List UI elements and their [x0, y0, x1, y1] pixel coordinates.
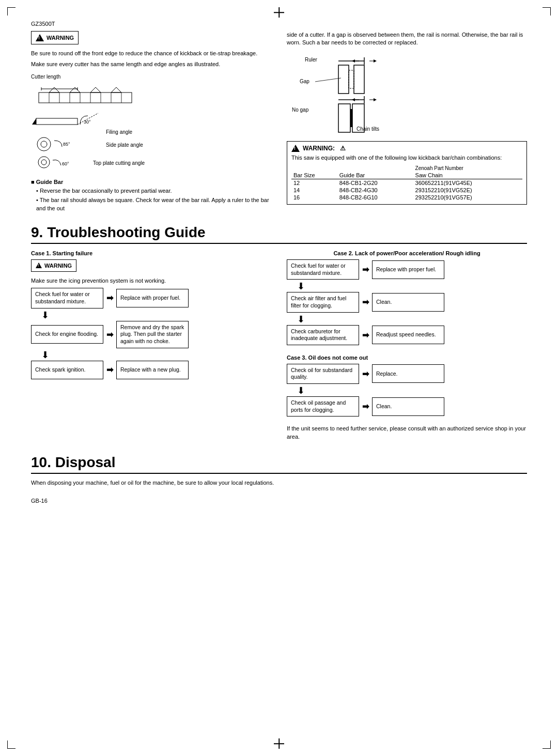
svg-marker-30 — [374, 59, 377, 63]
flow-box-oil-passage: Check oil passage and ports for clogging… — [287, 396, 359, 416]
bar-table: Zenoah Part Number Bar Size Guide Bar Sa… — [291, 165, 522, 201]
col-bar-size: Bar Size — [291, 172, 337, 179]
saw-chain-3: 293252210(91VG57E) — [413, 194, 522, 201]
flow-box-replace-fuel-2: Replace with proper fuel. — [372, 260, 444, 279]
corner-mark-br — [542, 740, 551, 749]
case1-warning-label: WARNING — [44, 263, 72, 269]
col-saw-chain: Saw Chain — [413, 172, 522, 179]
flow-down-c2-2: ⬇ — [297, 315, 305, 324]
flow-container-3: Check oil for substandard quality. ➡ Rep… — [287, 364, 527, 419]
flow-box-remove-dry: Remove and dry the spark plug. Then pull… — [116, 321, 189, 348]
chain-gap-svg: Ruler — [287, 52, 421, 135]
case1-warning-box: WARNING — [31, 259, 76, 272]
flow-arrow-c2-1: ➡ — [362, 265, 369, 274]
cutter-diagram: Cutter length — [31, 74, 271, 174]
flow-box-clean-2: Clean. — [372, 397, 444, 416]
ruler-gap-diagram: Ruler — [287, 52, 527, 136]
svg-point-21 — [41, 141, 47, 147]
flow-row-c2-3: Check carburetor for inadequate adjustme… — [287, 325, 444, 345]
disposal-text: When disposing your machine, fuel or oil… — [31, 479, 527, 487]
center-cross-top — [274, 7, 284, 18]
disposal-heading: 10. Disposal — [31, 454, 527, 474]
flow-row-c2-1: Check fuel for water or substandard mixt… — [287, 259, 444, 280]
flow-row-1: Check fuel for water or substandard mixt… — [31, 288, 189, 308]
flow-arrow-2: ➡ — [106, 330, 113, 340]
svg-text:No gap: No gap — [292, 107, 309, 113]
flow-down-2: ⬇ — [41, 350, 49, 360]
svg-text:Gap: Gap — [300, 79, 309, 84]
svg-point-23 — [38, 157, 50, 168]
flow-row-c2-2: Check air filter and fuel filter for clo… — [287, 292, 444, 312]
bar-size-3: 16 — [291, 194, 337, 201]
saw-chain-1: 360652211(91VG45E) — [413, 179, 522, 187]
right-warning-text: This saw is equipped with one of the fol… — [291, 154, 522, 162]
svg-point-20 — [37, 137, 51, 151]
guide-bar-item-1: Reverse the bar occasionally to prevent … — [36, 187, 271, 195]
svg-marker-42 — [374, 98, 377, 101]
warning-text1: Be sure to round off the front edge to r… — [31, 50, 271, 57]
flow-down-c3-1: ⬇ — [297, 386, 305, 395]
flow-box-spark-ignition: Check spark ignition. — [31, 361, 103, 379]
right-warning-box: WARNING: ⚠ This saw is equipped with one… — [287, 141, 527, 205]
bar-size-1: 12 — [291, 179, 337, 187]
flow-arrow-c3-2: ➡ — [362, 402, 369, 411]
flow-arrow-3: ➡ — [106, 365, 113, 375]
case1-warning-text: Make sure the icing prevention system is… — [31, 277, 271, 285]
right-col: side of a cutter. If a gap is observed b… — [287, 31, 527, 214]
right-warning-label: WARNING: ⚠ — [291, 145, 522, 152]
flow-box-readjust: Readjust speed needles. — [372, 326, 444, 344]
troubleshooting-heading: 9. Troubleshooting Guide — [31, 224, 527, 244]
flow-box-replace-plug: Replace with a new plug. — [116, 361, 189, 379]
side-plate-label: Side plate angle — [106, 142, 143, 148]
flow-down-c2-1: ⬇ — [297, 282, 305, 291]
warning-box-top: WARNING — [31, 31, 79, 44]
case2-title: Case 2. Lack of power/Poor acceleration/… — [287, 250, 527, 256]
flow-arrow-c2-3: ➡ — [362, 330, 369, 340]
trouble-right: Case 2. Lack of power/Poor acceleration/… — [287, 250, 527, 444]
model-number: GZ3500T — [31, 21, 527, 27]
case1-warning-triangle — [36, 263, 42, 268]
guide-bar-section: ■ Guide Bar Reverse the bar occasionally… — [31, 179, 271, 212]
svg-marker-13 — [70, 87, 80, 92]
flow-arrow-1: ➡ — [106, 293, 113, 303]
left-col: WARNING Be sure to round off the front e… — [31, 31, 271, 214]
page: GZ3500T WARNING Be sure to round off the… — [0, 0, 558, 756]
flow-row-3: Check spark ignition. ➡ Replace with a n… — [31, 361, 189, 379]
svg-marker-32 — [352, 59, 355, 63]
warning-triangle-right-icon — [291, 145, 300, 152]
corner-mark-tl — [7, 7, 16, 16]
table-row: 14 848-CB2-4G30 293152210(91VG52E) — [291, 187, 522, 194]
flow-arrow-c3-1: ➡ — [362, 369, 369, 379]
flow-row-c3-2: Check oil passage and ports for clogging… — [287, 396, 444, 416]
svg-text:30°: 30° — [84, 119, 91, 125]
footer-text: If the unit seems to need further servic… — [287, 425, 527, 441]
top-section: WARNING Be sure to round off the front e… — [31, 31, 527, 214]
flow-box-replace-oil: Replace. — [372, 364, 444, 383]
svg-point-24 — [41, 160, 47, 165]
guide-bar-3: 848-CB2-6G10 — [337, 194, 413, 201]
svg-marker-12 — [49, 87, 59, 92]
guide-bar-item-2: The bar rail should always be square. Ch… — [36, 196, 271, 212]
svg-rect-47 — [350, 109, 352, 127]
case1-title: Case 1. Starting failure — [31, 250, 271, 256]
svg-rect-3 — [39, 92, 132, 103]
flow-box-carburetor: Check carburetor for inadequate adjustme… — [287, 325, 359, 345]
corner-mark-tr — [542, 7, 551, 16]
zenoah-part-label: Zenoah Part Number — [413, 165, 522, 172]
bar-size-2: 14 — [291, 187, 337, 194]
svg-text:60°: 60° — [62, 161, 69, 166]
flow-box-clean-1: Clean. — [372, 293, 444, 312]
cutter-length-label: Cutter length — [31, 74, 271, 80]
guide-bar-1: 848-CB1-2G20 — [337, 179, 413, 187]
svg-marker-44 — [352, 98, 355, 101]
flow-box-check-fuel-1: Check fuel for water or substandard mixt… — [31, 288, 103, 308]
flow-container-2: Check fuel for water or substandard mixt… — [287, 259, 527, 347]
flow-down-1: ⬇ — [41, 311, 49, 320]
svg-rect-16 — [36, 118, 78, 125]
warning-label-top: WARNING — [47, 35, 74, 41]
table-row: 16 848-CB2-6G10 293252210(91VG57E) — [291, 194, 522, 201]
warning-triangle-icon — [36, 34, 44, 41]
svg-text:Ruler: Ruler — [305, 57, 318, 63]
flow-box-replace-fuel-1: Replace with proper fuel. — [116, 289, 189, 307]
flow-arrow-c2-2: ➡ — [362, 297, 369, 307]
